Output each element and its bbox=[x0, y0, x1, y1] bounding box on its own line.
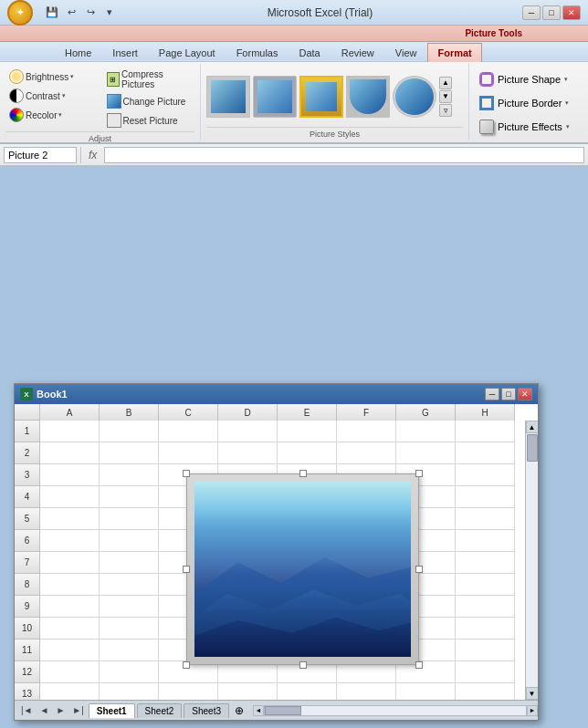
styles-scroll-more[interactable]: ▿ bbox=[439, 104, 452, 117]
cell-g13[interactable] bbox=[396, 683, 456, 700]
cell-a10[interactable] bbox=[40, 618, 100, 640]
cell-b10[interactable] bbox=[100, 618, 159, 640]
cell-a1[interactable] bbox=[40, 421, 100, 442]
tab-format[interactable]: Format bbox=[427, 43, 481, 62]
cell-d1[interactable] bbox=[218, 421, 278, 442]
styles-scroll-up[interactable]: ▲ bbox=[439, 77, 452, 89]
picture-style-5[interactable] bbox=[393, 76, 436, 118]
sheet-nav-first[interactable]: |◄ bbox=[18, 705, 36, 715]
excel-minimize-button[interactable]: ─ bbox=[485, 388, 499, 400]
redo-qat-button[interactable]: ↪ bbox=[82, 5, 99, 21]
cell-c13[interactable] bbox=[159, 683, 218, 700]
picture-style-1[interactable] bbox=[206, 76, 250, 118]
cell-h13[interactable] bbox=[456, 683, 515, 700]
cell-b13[interactable] bbox=[100, 683, 159, 700]
cell-b5[interactable] bbox=[100, 508, 159, 530]
change-picture-button[interactable]: Change Picture bbox=[103, 92, 195, 110]
tab-formulas[interactable]: Formulas bbox=[226, 43, 289, 61]
cell-a2[interactable] bbox=[40, 442, 100, 464]
cell-c2[interactable] bbox=[159, 442, 218, 464]
hscroll-left-button[interactable]: ◄ bbox=[253, 705, 264, 716]
sheet-tab-2[interactable]: Sheet2 bbox=[137, 703, 183, 718]
tab-review[interactable]: Review bbox=[331, 43, 384, 61]
cell-d2[interactable] bbox=[218, 442, 278, 464]
reset-picture-button[interactable]: Reset Picture bbox=[103, 111, 195, 130]
cell-b7[interactable] bbox=[100, 552, 159, 574]
cell-h9[interactable] bbox=[456, 596, 515, 618]
cell-h8[interactable] bbox=[456, 574, 515, 596]
cell-c1[interactable] bbox=[159, 421, 218, 442]
cell-h11[interactable] bbox=[456, 640, 515, 661]
picture-style-4[interactable] bbox=[346, 76, 390, 118]
cell-g2[interactable] bbox=[396, 442, 456, 464]
hscroll-thumb[interactable] bbox=[265, 706, 301, 715]
cell-a13[interactable] bbox=[40, 683, 100, 700]
cell-e13[interactable] bbox=[278, 683, 337, 700]
cell-e2[interactable] bbox=[278, 442, 337, 464]
cell-a11[interactable] bbox=[40, 640, 100, 661]
handle-bl[interactable] bbox=[183, 661, 190, 669]
close-button[interactable]: ✕ bbox=[562, 5, 581, 20]
customize-qat-button[interactable]: ▾ bbox=[101, 5, 118, 21]
undo-qat-button[interactable]: ↩ bbox=[63, 5, 79, 21]
cell-d13[interactable] bbox=[218, 683, 278, 700]
cell-h1[interactable] bbox=[456, 421, 515, 442]
cell-b11[interactable] bbox=[100, 640, 159, 661]
sheet-nav-prev[interactable]: ◄ bbox=[37, 705, 52, 715]
embedded-picture[interactable] bbox=[186, 473, 419, 665]
cell-a8[interactable] bbox=[40, 574, 100, 596]
cell-h2[interactable] bbox=[456, 442, 515, 464]
tab-insert[interactable]: Insert bbox=[102, 43, 148, 61]
brightness-button[interactable]: Brightness ▾ bbox=[5, 68, 98, 86]
handle-tc[interactable] bbox=[299, 470, 307, 477]
hscroll-right-button[interactable]: ► bbox=[527, 705, 538, 716]
cell-h5[interactable] bbox=[456, 508, 515, 530]
minimize-button[interactable]: ─ bbox=[522, 5, 541, 20]
save-qat-button[interactable]: 💾 bbox=[44, 5, 60, 21]
picture-shape-button[interactable]: Picture Shape ▾ bbox=[475, 69, 574, 89]
cell-a4[interactable] bbox=[40, 486, 100, 508]
scroll-up-button[interactable]: ▲ bbox=[526, 421, 539, 433]
cell-h10[interactable] bbox=[456, 618, 515, 640]
cell-h6[interactable] bbox=[456, 530, 515, 552]
cell-h4[interactable] bbox=[456, 486, 515, 508]
cell-a9[interactable] bbox=[40, 596, 100, 618]
cell-b4[interactable] bbox=[100, 486, 159, 508]
name-box[interactable]: Picture 2 bbox=[4, 147, 77, 163]
tab-page-layout[interactable]: Page Layout bbox=[149, 43, 226, 61]
cell-e1[interactable] bbox=[278, 421, 337, 442]
handle-mr[interactable] bbox=[415, 566, 423, 573]
styles-scroll-down[interactable]: ▼ bbox=[439, 90, 452, 103]
tab-data[interactable]: Data bbox=[289, 43, 330, 61]
handle-tr[interactable] bbox=[415, 470, 423, 477]
scrollbar-thumb[interactable] bbox=[527, 434, 538, 462]
cell-b3[interactable] bbox=[100, 464, 159, 486]
cell-h12[interactable] bbox=[456, 661, 515, 683]
cell-h7[interactable] bbox=[456, 552, 515, 574]
cell-a12[interactable] bbox=[40, 661, 100, 683]
cell-f1[interactable] bbox=[337, 421, 396, 442]
office-button[interactable]: ✦ bbox=[7, 0, 33, 26]
contrast-button[interactable]: Contrast ▾ bbox=[5, 87, 98, 105]
sheet-nav-last[interactable]: ►| bbox=[69, 705, 87, 715]
excel-maximize-button[interactable]: □ bbox=[501, 388, 516, 400]
cell-h3[interactable] bbox=[456, 464, 515, 486]
handle-tl[interactable] bbox=[183, 470, 190, 477]
tab-home[interactable]: Home bbox=[55, 43, 101, 61]
sheet-tab-3[interactable]: Sheet3 bbox=[184, 703, 229, 718]
cell-b8[interactable] bbox=[100, 574, 159, 596]
handle-ml[interactable] bbox=[183, 566, 190, 573]
cell-b1[interactable] bbox=[100, 421, 159, 442]
cell-a6[interactable] bbox=[40, 530, 100, 552]
cell-b2[interactable] bbox=[100, 442, 159, 464]
cell-a7[interactable] bbox=[40, 552, 100, 574]
formula-input[interactable] bbox=[104, 147, 584, 163]
cell-f13[interactable] bbox=[337, 683, 396, 700]
cell-g1[interactable] bbox=[396, 421, 456, 442]
handle-br[interactable] bbox=[415, 661, 423, 669]
cell-b9[interactable] bbox=[100, 596, 159, 618]
cell-b6[interactable] bbox=[100, 530, 159, 552]
cell-b12[interactable] bbox=[100, 661, 159, 683]
picture-border-button[interactable]: Picture Border ▾ bbox=[475, 93, 574, 113]
excel-close-button[interactable]: ✕ bbox=[518, 388, 532, 400]
